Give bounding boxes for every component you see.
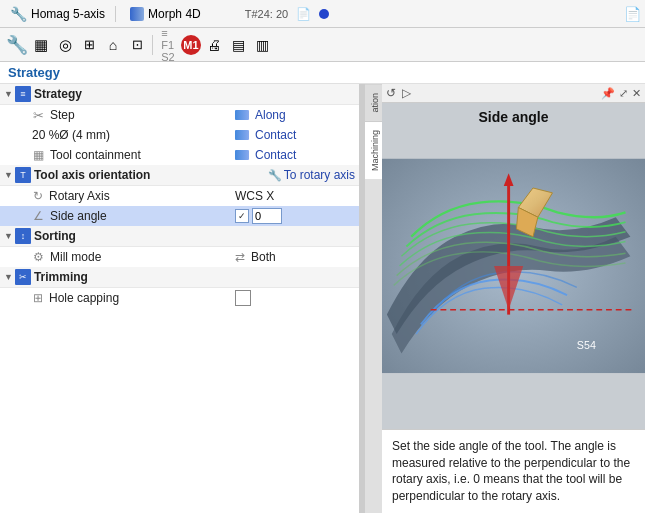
mill-icon: ⚙ — [33, 250, 44, 264]
tab2[interactable]: Morph 4D T#24: 20 📄 — [124, 5, 335, 23]
step-value-icon — [235, 110, 249, 120]
sideangle-input[interactable] — [252, 208, 282, 224]
tool-icon-10[interactable]: ▥ — [251, 34, 273, 56]
step-sub-row[interactable]: 20 %Ø (4 mm) Contact — [0, 125, 359, 145]
hole-checkbox[interactable] — [235, 290, 251, 306]
step-value: Along — [255, 108, 286, 122]
tool-icon-1[interactable]: 🔧 — [6, 34, 28, 56]
tool-containment-row[interactable]: ▦ Tool containment Contact — [0, 145, 359, 165]
image-top-bar: ↺ ▷ 📌 ⤢ ✕ — [382, 84, 645, 103]
strategy-icon: ≡ — [15, 86, 31, 102]
trimming-expand-icon: ▼ — [4, 272, 13, 282]
tab-machining[interactable]: Machining — [365, 121, 382, 179]
mill-label: Mill mode — [50, 250, 101, 264]
hole-capping-row[interactable]: ⊞ Hole capping — [0, 288, 359, 308]
right-wrapper: ation Machining ↺ ▷ 📌 ⤢ — [364, 84, 645, 513]
tool-icon-6[interactable]: ⊡ — [126, 34, 148, 56]
content-area: ▼ ≡ Strategy ✂ Step Along 20 %Ø ( — [0, 84, 645, 513]
tab1[interactable]: 🔧 Homag 5-axis — [4, 4, 111, 24]
header-bar: 🔧 Homag 5-axis Morph 4D T#24: 20 📄 📄 — [0, 0, 645, 28]
blue-dot — [319, 9, 329, 19]
strategy-section-label: Strategy — [0, 62, 645, 84]
sorting-icon: ↕ — [15, 228, 31, 244]
trimming-label: Trimming — [34, 270, 88, 284]
step-icon: ✂ — [33, 108, 44, 123]
viz-area: Side angle — [382, 103, 645, 429]
hole-icon: ⊞ — [33, 291, 43, 305]
step-sub-value: Contact — [255, 128, 296, 142]
tool-icon-2[interactable]: ▦ — [30, 34, 52, 56]
description-text: Set the side angle of the tool. The angl… — [392, 439, 630, 503]
tab2-icon — [130, 7, 144, 21]
mill-mode-row[interactable]: ⚙ Mill mode ⇄ Both — [0, 247, 359, 267]
containment-label: Tool containment — [50, 148, 141, 162]
step-sub-value-icon — [235, 130, 249, 140]
hole-label: Hole capping — [49, 291, 119, 305]
mill-value-icon: ⇄ — [235, 250, 245, 264]
toolbar: 🔧 ▦ ◎ ⊞ ⌂ ⊡ ≡F1S2 M1 🖨 ▤ ▥ — [0, 28, 645, 62]
image-top-left-controls: ↺ ▷ — [386, 86, 411, 100]
pin-icon[interactable]: 📌 — [601, 87, 615, 100]
tool-icon-m1[interactable]: M1 — [181, 35, 201, 55]
tool-icon-7[interactable]: ≡F1S2 — [157, 34, 179, 56]
refresh-icon[interactable]: ↺ — [386, 86, 396, 100]
toolaxis-icon: T — [15, 167, 31, 183]
image-with-tabs: ation Machining ↺ ▷ 📌 ⤢ — [364, 84, 645, 513]
new-doc-icon[interactable]: 📄 — [624, 6, 641, 22]
step-row[interactable]: ✂ Step Along — [0, 105, 359, 125]
containment-icon: ▦ — [33, 148, 44, 162]
toolaxis-value-icon: 🔧 — [268, 169, 282, 182]
tab1-icon: 🔧 — [10, 6, 27, 22]
toolaxis-value: To rotary axis — [284, 168, 355, 182]
strategy-expand-icon: ▼ — [4, 89, 13, 99]
sep1 — [152, 35, 153, 55]
rotary-icon: ↻ — [33, 189, 43, 203]
trimming-header[interactable]: ▼ ✂ Trimming — [0, 267, 359, 288]
scene-svg: S54 — [382, 103, 645, 429]
strategy-header[interactable]: ▼ ≡ Strategy — [0, 84, 359, 105]
step-label: Step — [50, 108, 75, 122]
step-sub-label: 20 %Ø (4 mm) — [32, 128, 110, 142]
nav-icon[interactable]: ▷ — [402, 86, 411, 100]
tool-icon-4[interactable]: ⊞ — [78, 34, 100, 56]
sideangle-icon: ∠ — [33, 209, 44, 223]
mill-value: Both — [251, 250, 276, 264]
sorting-header[interactable]: ▼ ↕ Sorting — [0, 226, 359, 247]
svg-text:S54: S54 — [577, 339, 596, 351]
tab1-label: Homag 5-axis — [31, 7, 105, 21]
sideangle-checkbox[interactable]: ✓ — [235, 209, 249, 223]
tool-icon-3[interactable]: ◎ — [54, 34, 76, 56]
vertical-tabs: ation Machining — [364, 84, 382, 513]
trimming-icon: ✂ — [15, 269, 31, 285]
tool-icon-9[interactable]: ▤ — [227, 34, 249, 56]
rotary-row[interactable]: ↻ Rotary Axis WCS X — [0, 186, 359, 206]
tool-icon-8[interactable]: 🖨 — [203, 34, 225, 56]
rotary-label: Rotary Axis — [49, 189, 110, 203]
left-panel: ▼ ≡ Strategy ✂ Step Along 20 %Ø ( — [0, 84, 360, 513]
toolaxis-header[interactable]: ▼ T Tool axis orientation 🔧 To rotary ax… — [0, 165, 359, 186]
t-badge: T#24: 20 — [245, 8, 288, 20]
viz-title: Side angle — [478, 109, 548, 125]
tab-ation[interactable]: ation — [365, 84, 382, 121]
sorting-expand-icon: ▼ — [4, 231, 13, 241]
sorting-label: Sorting — [34, 229, 76, 243]
description-panel: Set the side angle of the tool. The angl… — [382, 429, 645, 513]
side-angle-row[interactable]: ∠ Side angle ✓ — [0, 206, 359, 226]
close-panel-icon[interactable]: ✕ — [632, 87, 641, 100]
tool-icon-5[interactable]: ⌂ — [102, 34, 124, 56]
containment-value: Contact — [255, 148, 296, 162]
containment-value-icon — [235, 150, 249, 160]
image-section: ↺ ▷ 📌 ⤢ ✕ Side angle — [382, 84, 645, 513]
sideangle-label: Side angle — [50, 209, 107, 223]
rotary-value: WCS X — [235, 189, 274, 203]
doc-icon: 📄 — [296, 7, 311, 21]
image-top-right-controls: 📌 ⤢ ✕ — [601, 87, 641, 100]
toolaxis-expand-icon: ▼ — [4, 170, 13, 180]
strategy-label: Strategy — [34, 87, 82, 101]
tab2-label: Morph 4D — [148, 7, 201, 21]
expand-panel-icon[interactable]: ⤢ — [619, 87, 628, 100]
toolaxis-label: Tool axis orientation — [34, 168, 150, 182]
